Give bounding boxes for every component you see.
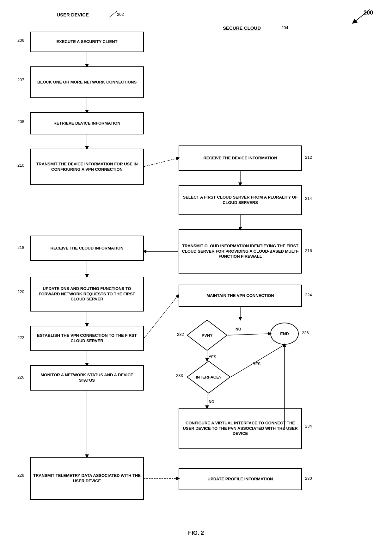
oval-236: END	[270, 323, 299, 345]
secure-cloud-title: SECURE CLOUD	[205, 25, 278, 31]
box-226: MONITOR A NETWORK STATUS AND A DEVICE ST…	[30, 365, 144, 391]
box-210: TRANSMIT THE DEVICE INFORMATION FOR USE …	[30, 149, 144, 185]
yes-label-233: YES	[253, 362, 260, 366]
secure-cloud-ref: 204	[281, 25, 288, 30]
ref-212: 212	[305, 155, 312, 160]
ref-206: 206	[17, 38, 24, 43]
box-208: RETRIEVE DEVICE INFORMATION	[30, 112, 144, 134]
box-220: UPDATE DNS AND ROUTING FUNCTIONS TO FORW…	[30, 277, 144, 312]
ref-220: 220	[17, 289, 24, 294]
box-228: TRANSMIT TELEMETRY DATA ASSOCIATED WITH …	[30, 457, 144, 500]
box-218: RECEIVE THE CLOUD INFORMATION	[30, 236, 144, 261]
box-222: ESTABLISH THE VPN CONNECTION TO THE FIRS…	[30, 326, 144, 351]
box-207: BLOCK ONE OR MORE NETWORK CONNECTIONS	[30, 66, 144, 98]
svg-line-13	[144, 296, 178, 338]
box-230: UPDATE PROFILE INFORMATION	[179, 468, 302, 490]
box-206: EXECUTE A SECURITY CLIENT	[30, 32, 144, 52]
box-224: MAINTAIN THE VPN CONNECTION	[179, 285, 302, 307]
ref-234: 234	[305, 424, 312, 429]
diamond-232: PVN?	[187, 319, 228, 351]
svg-line-1	[109, 11, 117, 17]
diagram-container: 200 USER DEVICE 202 SECURE CLOUD 204 EXE…	[0, 0, 392, 549]
user-device-arrow	[107, 9, 120, 19]
center-divider	[171, 19, 171, 525]
ref-218: 218	[17, 245, 24, 250]
ref-214: 214	[305, 196, 312, 201]
ref-224: 224	[305, 293, 312, 297]
diamond-233: INTERFACE?	[187, 361, 231, 394]
svg-line-17	[231, 345, 285, 377]
corner-arrow	[351, 6, 376, 25]
user-device-title: USER DEVICE	[32, 12, 114, 17]
no-label-233: NO	[209, 400, 214, 404]
box-234: CONFIGURE A VIRTUAL INTERFACE TO CONNECT…	[179, 408, 302, 449]
figure-caption: FIG. 2	[0, 530, 392, 536]
ref-232: 232	[177, 332, 184, 337]
ref-228: 228	[17, 473, 24, 478]
box-216: TRANSMIT CLOUD INFORMATION IDENTIFYING T…	[179, 229, 302, 274]
box-214: SELECT A FIRST CLOUD SERVER FROM A PLURA…	[179, 185, 302, 215]
ref-233: 233	[176, 373, 183, 378]
svg-line-0	[354, 9, 370, 22]
yes-label-232: YES	[209, 355, 216, 359]
svg-line-7	[144, 158, 178, 167]
ref-207: 207	[17, 77, 24, 82]
no-label-232: NO	[236, 327, 241, 331]
ref-222: 222	[17, 335, 24, 340]
ref-226: 226	[17, 375, 24, 379]
box-212: RECEIVE THE DEVICE INFORMATION	[179, 145, 302, 171]
ref-216: 216	[305, 248, 312, 253]
ref-236: 236	[302, 330, 309, 335]
ref-230: 230	[305, 476, 312, 481]
ref-210: 210	[17, 163, 24, 168]
ref-208: 208	[17, 119, 24, 124]
svg-line-15	[228, 334, 270, 335]
